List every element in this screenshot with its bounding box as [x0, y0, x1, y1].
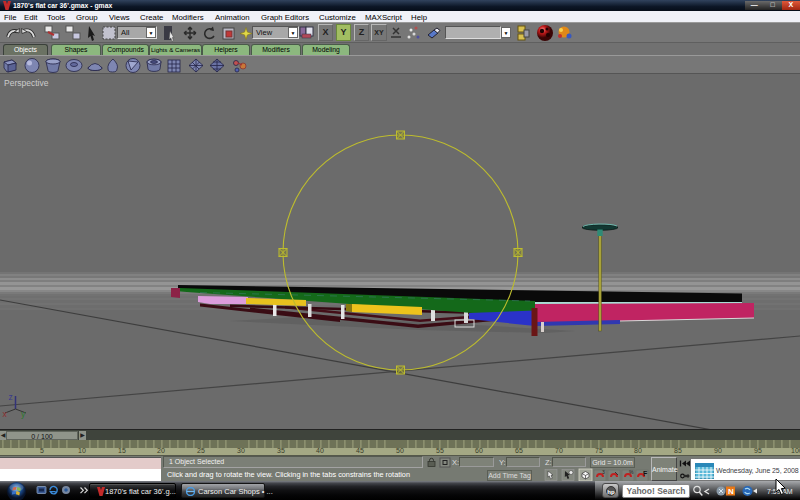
svg-text:N: N [728, 487, 734, 496]
svg-text:3: 3 [602, 469, 605, 475]
svg-text:z: z [9, 392, 13, 402]
svg-text:%: % [629, 469, 634, 475]
svg-text:F: F [643, 470, 648, 477]
